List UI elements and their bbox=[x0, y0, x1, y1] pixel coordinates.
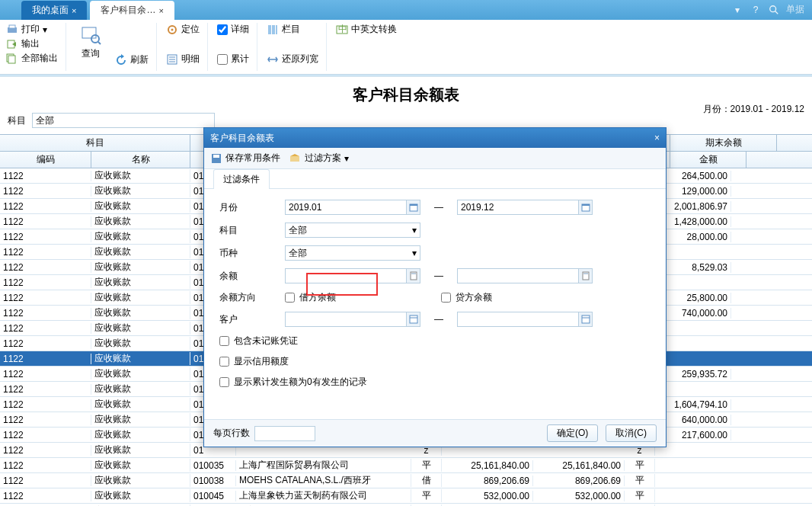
table-row[interactable]: 1122应收账款010045上海皇象铁力蓝天制药有限公司平532,000.005… bbox=[0, 488, 812, 504]
show-credit-limit-checkbox[interactable]: 显示信用额度 bbox=[219, 355, 289, 368]
accumulate-checkbox[interactable]: 累计 bbox=[217, 53, 249, 66]
cell-cust-code: 010038 bbox=[190, 476, 236, 486]
page-title: 客户科目余额表 bbox=[353, 86, 459, 103]
col-subject[interactable]: 科目 bbox=[0, 135, 190, 151]
cell-dir2: 平 bbox=[625, 459, 655, 472]
close-icon[interactable]: × bbox=[158, 6, 163, 15]
cell-end-balance: 2,001,806.97 bbox=[655, 201, 731, 212]
col-end-balance[interactable]: 期末余额 bbox=[670, 135, 777, 151]
month-from-input[interactable] bbox=[285, 200, 407, 215]
svg-rect-17 bbox=[272, 25, 275, 34]
column-setup-button[interactable]: 栏目 bbox=[267, 23, 318, 36]
locate-button[interactable]: 定位 bbox=[166, 23, 200, 36]
label-balance: 余额 bbox=[219, 270, 285, 283]
cell-name: 应收账款 bbox=[91, 245, 190, 258]
cell-name: 应收账款 bbox=[91, 444, 190, 456]
cell-name: 应收账款 bbox=[91, 169, 190, 182]
col-amount[interactable]: 金额 bbox=[670, 152, 746, 168]
filter-scheme-button[interactable]: 过滤方案 ▾ bbox=[289, 152, 349, 165]
credit-balance-checkbox[interactable]: 贷方余额 bbox=[441, 291, 492, 304]
lookup-icon[interactable] bbox=[579, 312, 593, 327]
calendar-icon[interactable] bbox=[407, 200, 420, 215]
rows-per-page-input[interactable] bbox=[254, 426, 315, 441]
cancel-button[interactable]: 取消(C) bbox=[606, 424, 657, 442]
cn-en-switch-button[interactable]: 中中英文转换 bbox=[336, 23, 397, 36]
label-balance-direction: 余额方向 bbox=[219, 291, 285, 304]
detail-button[interactable]: 明细 bbox=[166, 53, 200, 66]
cell-code: 1122 bbox=[0, 491, 91, 501]
svg-rect-34 bbox=[582, 315, 590, 323]
query-button[interactable]: 查询 bbox=[75, 23, 106, 62]
label-currency: 币种 bbox=[219, 247, 285, 260]
tab-label: 我的桌面 bbox=[32, 4, 69, 17]
cell-code: 1122 bbox=[0, 476, 91, 486]
lookup-icon[interactable] bbox=[407, 312, 420, 327]
table-row[interactable]: 1122应收账款010038MOEHS CATALANA,S.L./西班牙借86… bbox=[0, 473, 812, 488]
customer-from-input[interactable] bbox=[285, 312, 407, 327]
filter-dialog: 客户科目余额表 × 保存常用条件 过滤方案 ▾ 过滤条件 月份 — 科目 全部▾ bbox=[203, 127, 667, 447]
cell-name: 应收账款 bbox=[91, 276, 190, 289]
refresh-button[interactable]: 刷新 bbox=[115, 53, 149, 66]
verbose-checkbox[interactable]: 详细 bbox=[217, 23, 249, 36]
chevron-down-icon: ▾ bbox=[412, 248, 417, 258]
cell-code: 1122 bbox=[0, 384, 91, 395]
rows-per-page-label: 每页行数 bbox=[213, 427, 250, 440]
include-unposted-checkbox[interactable]: 包含未记账凭证 bbox=[219, 335, 298, 347]
export-all-button[interactable]: 全部输出 bbox=[6, 52, 58, 65]
dialog-title: 客户科目余额表 bbox=[210, 132, 274, 145]
tab-customer-balance[interactable]: 客户科目余… × bbox=[90, 1, 174, 20]
cell-cust-name: 上海皇象铁力蓝天制药有限公司 bbox=[236, 489, 411, 502]
calculator-icon[interactable] bbox=[579, 268, 593, 283]
col-code[interactable]: 编码 bbox=[0, 152, 91, 168]
cell-name: 应收账款 bbox=[91, 428, 190, 441]
ribbon: 打印▾ 输出 全部输出 查询 刷新 定位 明细 详细 累计 栏目 还原列宽 中中… bbox=[0, 20, 812, 75]
svg-rect-31 bbox=[583, 273, 588, 274]
calculator-icon[interactable] bbox=[407, 268, 420, 283]
currency-select[interactable]: 全部▾ bbox=[285, 245, 420, 261]
svg-rect-27 bbox=[582, 204, 590, 206]
balance-to-input[interactable] bbox=[457, 268, 579, 283]
chevron-down-icon: ▾ bbox=[344, 153, 349, 164]
cell-name: 应收账款 bbox=[91, 398, 190, 411]
cell-code: 1122 bbox=[0, 201, 91, 212]
cell-name: 应收账款 bbox=[91, 230, 190, 243]
chevron-down-icon: ▾ bbox=[412, 225, 417, 235]
ok-button[interactable]: 确定(O) bbox=[547, 424, 598, 442]
cell-name: 应收账款 bbox=[91, 367, 190, 380]
debit-balance-checkbox[interactable]: 借方余额 bbox=[285, 291, 336, 304]
close-icon[interactable]: × bbox=[654, 133, 660, 143]
restore-width-button[interactable]: 还原列宽 bbox=[267, 53, 318, 66]
close-icon[interactable]: × bbox=[72, 6, 76, 15]
col-name[interactable]: 名称 bbox=[91, 152, 190, 168]
tab-filter-condition[interactable]: 过滤条件 bbox=[213, 169, 270, 189]
svg-point-0 bbox=[770, 5, 776, 11]
subject-select[interactable]: 全部▾ bbox=[285, 223, 420, 238]
month-to-input[interactable] bbox=[457, 200, 579, 215]
dialog-titlebar[interactable]: 客户科目余额表 × bbox=[204, 128, 666, 148]
cell-code: 1122 bbox=[0, 171, 91, 181]
balance-from-input[interactable] bbox=[285, 268, 407, 283]
cell-end-balance: 129,000.00 bbox=[655, 186, 731, 197]
cell-cust-code: 010035 bbox=[190, 460, 236, 471]
cell-end-balance: 640,000.00 bbox=[655, 415, 731, 425]
export-button[interactable]: 输出 bbox=[6, 37, 58, 50]
calendar-icon[interactable] bbox=[579, 200, 593, 215]
cell-name: 应收账款 bbox=[91, 261, 190, 274]
save-condition-button[interactable]: 保存常用条件 bbox=[210, 152, 280, 165]
cell-amt2: 25,161,840.00 bbox=[533, 460, 625, 471]
customer-to-input[interactable] bbox=[457, 312, 579, 327]
show-zero-records-checkbox[interactable]: 显示累计发生额为0有发生的记录 bbox=[219, 376, 367, 389]
help-icon[interactable]: ? bbox=[750, 4, 762, 16]
svg-rect-16 bbox=[268, 25, 271, 34]
chevron-down-icon[interactable]: ▾ bbox=[731, 4, 743, 16]
svg-rect-6 bbox=[8, 56, 15, 63]
table-row[interactable]: 1122应收账款010035上海广程国际贸易有限公司平25,161,840.00… bbox=[0, 458, 812, 473]
search-icon[interactable] bbox=[768, 4, 780, 16]
chevron-down-icon: ▾ bbox=[43, 24, 47, 35]
tab-desktop[interactable]: 我的桌面 × bbox=[21, 1, 87, 20]
svg-rect-25 bbox=[410, 204, 417, 206]
subject-input[interactable] bbox=[32, 113, 215, 128]
cell-name: 应收账款 bbox=[91, 322, 190, 335]
search-placeholder[interactable]: 单据 bbox=[786, 3, 804, 16]
print-button[interactable]: 打印▾ bbox=[6, 23, 58, 36]
